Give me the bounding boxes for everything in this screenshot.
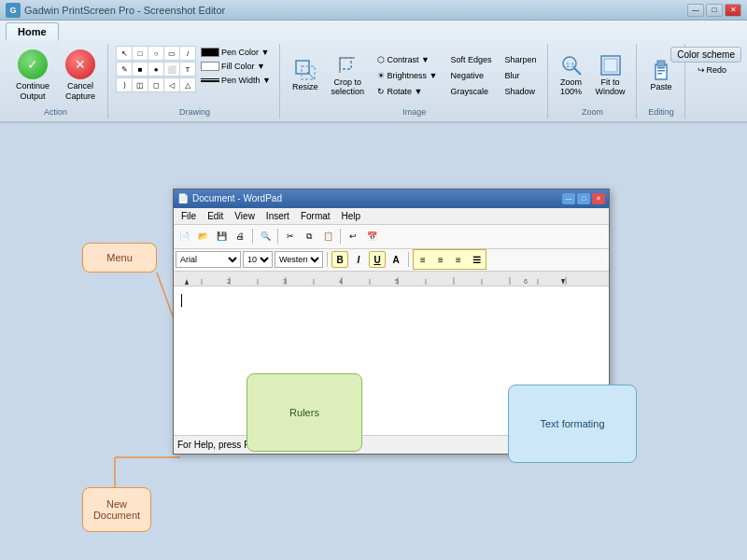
wp-save-button[interactable]: 💾 bbox=[213, 228, 230, 245]
image-effects2: Soft Edges Negative Grayscale bbox=[445, 52, 496, 99]
continue-output-button[interactable]: ✓ ContinueOutput bbox=[9, 46, 56, 105]
zoom-group-label: Zoom bbox=[582, 105, 603, 117]
soft-edges-button[interactable]: Soft Edges bbox=[445, 52, 496, 67]
wp-menu-view[interactable]: View bbox=[229, 210, 261, 222]
wp-new-button[interactable]: 📄 bbox=[176, 228, 192, 245]
ribbon-tabs: Home Color scheme bbox=[0, 21, 747, 41]
rotate-button[interactable]: ↻ Rotate ▼ bbox=[373, 84, 442, 99]
wp-bold-button[interactable]: B bbox=[331, 251, 348, 268]
shadow-button[interactable]: Shadow bbox=[500, 84, 542, 99]
shape-extra1-button[interactable]: ⟩ bbox=[116, 77, 133, 92]
maximize-button[interactable]: □ bbox=[706, 4, 723, 17]
svg-rect-22 bbox=[174, 272, 609, 287]
wp-color-button[interactable]: A bbox=[388, 251, 404, 268]
wp-underline-button[interactable]: U bbox=[369, 251, 386, 268]
continue-label: ContinueOutput bbox=[16, 81, 49, 102]
wp-maximize-button[interactable]: □ bbox=[577, 193, 590, 204]
shape-extra5-button[interactable]: △ bbox=[179, 77, 196, 92]
rulers-callout: Rulers bbox=[247, 373, 362, 452]
rulers-callout-label: Rulers bbox=[289, 407, 319, 418]
image-group-label: Image bbox=[402, 105, 426, 117]
shape-pencil-button[interactable]: ✎ bbox=[116, 62, 133, 77]
fill-color-swatch bbox=[201, 62, 219, 71]
cancel-icon: ✕ bbox=[65, 49, 95, 79]
sharpen-button[interactable]: Sharpen bbox=[500, 52, 542, 67]
wp-title-icon: 📄 bbox=[177, 193, 189, 203]
minimize-button[interactable]: — bbox=[687, 4, 704, 17]
shape-line-button[interactable]: / bbox=[179, 46, 196, 61]
wp-menubar: File Edit View Insert Format Help bbox=[174, 208, 609, 225]
wp-align-left-button[interactable]: ≡ bbox=[415, 251, 431, 268]
pen-width-button[interactable]: Pen Width ▼ bbox=[198, 74, 274, 87]
wp-copy-button[interactable]: ⧉ bbox=[301, 228, 317, 245]
cancel-capture-button[interactable]: ✕ CancelCapture bbox=[59, 46, 102, 105]
svg-rect-12 bbox=[657, 61, 665, 66]
resize-button[interactable]: Resize bbox=[288, 56, 323, 94]
shape-extra4-button[interactable]: ◁ bbox=[163, 77, 180, 92]
wp-font-select[interactable]: Arial bbox=[176, 251, 241, 268]
grayscale-button[interactable]: Grayscale bbox=[445, 84, 496, 99]
zoom100-button[interactable]: 1:1 Zoom100% bbox=[556, 51, 587, 101]
shape-circle-button[interactable]: ○ bbox=[148, 46, 164, 61]
zoom100-label: Zoom100% bbox=[560, 77, 582, 98]
wp-script-select[interactable]: Western bbox=[275, 251, 323, 268]
pen-color-button[interactable]: Pen Color ▼ bbox=[198, 46, 274, 59]
crop-button[interactable]: Crop toselection bbox=[327, 51, 370, 101]
shape-roundrect-button[interactable]: ▭ bbox=[163, 46, 180, 61]
pen-controls: Pen Color ▼ Fill Color ▼ Pen Width ▼ bbox=[198, 46, 274, 92]
fill-color-button[interactable]: Fill Color ▼ bbox=[198, 60, 274, 73]
wp-bullet-button[interactable]: ☰ bbox=[468, 251, 485, 268]
shape-arrow-button[interactable]: ↖ bbox=[116, 46, 133, 61]
close-button[interactable]: ✕ bbox=[725, 4, 741, 17]
wp-menu-file[interactable]: File bbox=[176, 210, 202, 222]
color-scheme-button[interactable]: Color scheme bbox=[670, 47, 741, 63]
wp-menu-help[interactable]: Help bbox=[336, 210, 367, 222]
image-group-content: Resize Crop toselection ⬡ Contrast ▼ ☀ B… bbox=[288, 46, 542, 105]
tab-home[interactable]: Home bbox=[6, 22, 59, 41]
wp-align-center-button[interactable]: ≡ bbox=[432, 251, 449, 268]
wp-close-button[interactable]: ✕ bbox=[592, 193, 605, 204]
wp-menu-insert[interactable]: Insert bbox=[261, 210, 295, 222]
fit-window-icon bbox=[599, 54, 622, 77]
shape-extra2-button[interactable]: ◫ bbox=[132, 77, 148, 92]
wp-size-select[interactable]: 10 bbox=[243, 251, 273, 268]
wp-cut-button[interactable]: ✂ bbox=[282, 228, 299, 245]
shape-round2-button[interactable]: ⬜ bbox=[163, 62, 180, 77]
pen-color-label: Pen Color ▼ bbox=[221, 48, 269, 57]
shape-text-button[interactable]: T bbox=[179, 62, 196, 77]
wp-date-button[interactable]: 📅 bbox=[363, 228, 380, 245]
wp-minimize-button[interactable]: — bbox=[562, 193, 575, 204]
zoom100-icon: 1:1 bbox=[560, 54, 583, 77]
title-bar-controls[interactable]: — □ ✕ bbox=[687, 4, 741, 17]
wp-find-button[interactable]: 🔍 bbox=[257, 228, 274, 245]
contrast-button[interactable]: ⬡ Contrast ▼ bbox=[373, 52, 442, 67]
shape-ellipse2-button[interactable]: ● bbox=[148, 62, 164, 77]
svg-rect-14 bbox=[657, 70, 665, 72]
brightness-button[interactable]: ☀ Brightness ▼ bbox=[373, 68, 442, 83]
shape-extra3-button[interactable]: ◻ bbox=[148, 77, 164, 92]
wp-open-button[interactable]: 📂 bbox=[194, 228, 211, 245]
wp-print-button[interactable]: 🖨 bbox=[232, 228, 248, 245]
resize-label: Resize bbox=[292, 82, 318, 91]
shape-rect2-button[interactable]: ■ bbox=[132, 62, 148, 77]
menu-callout: Menu bbox=[82, 243, 157, 273]
ribbon: Home Color scheme ✓ ContinueOutput ✕ Can… bbox=[0, 21, 747, 123]
paste-label: Paste bbox=[651, 82, 672, 91]
shape-rect-button[interactable]: □ bbox=[132, 46, 148, 61]
app-icon: G bbox=[6, 3, 21, 18]
wp-menu-edit[interactable]: Edit bbox=[202, 210, 229, 222]
wp-align-right-button[interactable]: ≡ bbox=[450, 251, 467, 268]
blur-button[interactable]: Blur bbox=[500, 68, 542, 83]
wp-undo-button[interactable]: ↩ bbox=[345, 228, 361, 245]
wp-title-controls[interactable]: — □ ✕ bbox=[562, 193, 605, 204]
negative-button[interactable]: Negative bbox=[445, 68, 496, 83]
svg-rect-10 bbox=[604, 59, 617, 72]
drawing-group: ↖ □ ○ ▭ / ✎ ■ ● ⬜ T ⟩ ◫ ◻ ◁ △ bbox=[110, 44, 280, 119]
menu-callout-label: Menu bbox=[106, 252, 133, 263]
redo-button[interactable]: ↪ Redo bbox=[693, 63, 732, 77]
wp-paste-button[interactable]: 📋 bbox=[319, 228, 336, 245]
resize-icon bbox=[294, 59, 317, 81]
wp-menu-format[interactable]: Format bbox=[295, 210, 336, 222]
fit-window-button[interactable]: Fit toWindow bbox=[591, 51, 630, 101]
wp-italic-button[interactable]: I bbox=[350, 251, 367, 268]
